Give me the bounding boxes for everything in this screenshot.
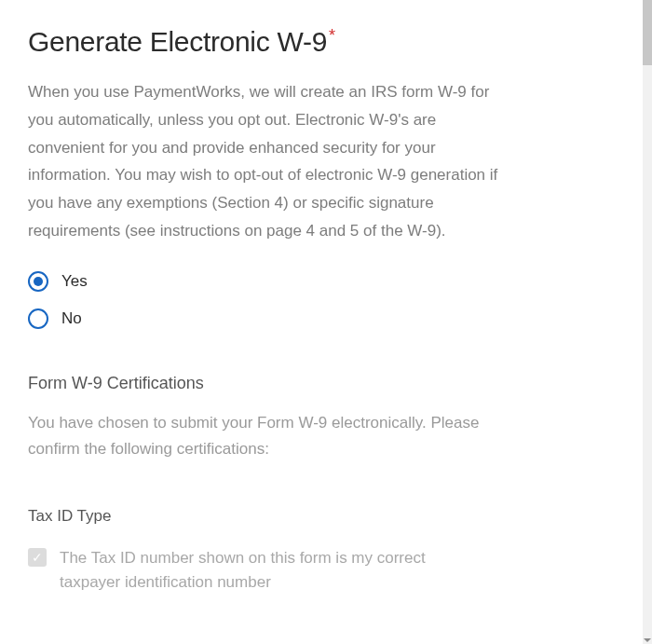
required-asterisk: * xyxy=(329,26,335,45)
certifications-description: You have chosen to submit your Form W-9 … xyxy=(28,410,503,462)
checkbox-icon: ✓ xyxy=(28,548,47,567)
tax-id-heading: Tax ID Type xyxy=(28,507,624,526)
tax-id-checkbox-row[interactable]: ✓ The Tax ID number shown on this form i… xyxy=(28,546,624,596)
scrollbar-thumb[interactable] xyxy=(643,0,652,65)
title-text: Generate Electronic W-9 xyxy=(28,26,327,57)
radio-option-yes[interactable]: Yes xyxy=(28,271,624,292)
electronic-w9-radio-group: Yes No xyxy=(28,271,624,329)
page-title: Generate Electronic W-9* xyxy=(28,26,624,58)
radio-option-no[interactable]: No xyxy=(28,308,624,329)
tax-id-checkbox-label: The Tax ID number shown on this form is … xyxy=(60,546,441,596)
scrollbar[interactable] xyxy=(643,0,652,644)
radio-label-yes: Yes xyxy=(61,272,88,291)
radio-icon xyxy=(28,271,48,292)
form-description: When you use PaymentWorks, we will creat… xyxy=(28,78,503,245)
radio-icon xyxy=(28,308,48,329)
radio-label-no: No xyxy=(61,309,82,328)
radio-selected-dot xyxy=(34,277,43,286)
scrollbar-down-arrow-icon[interactable] xyxy=(644,638,651,642)
check-icon: ✓ xyxy=(32,551,43,564)
certifications-heading: Form W-9 Certifications xyxy=(28,374,624,393)
